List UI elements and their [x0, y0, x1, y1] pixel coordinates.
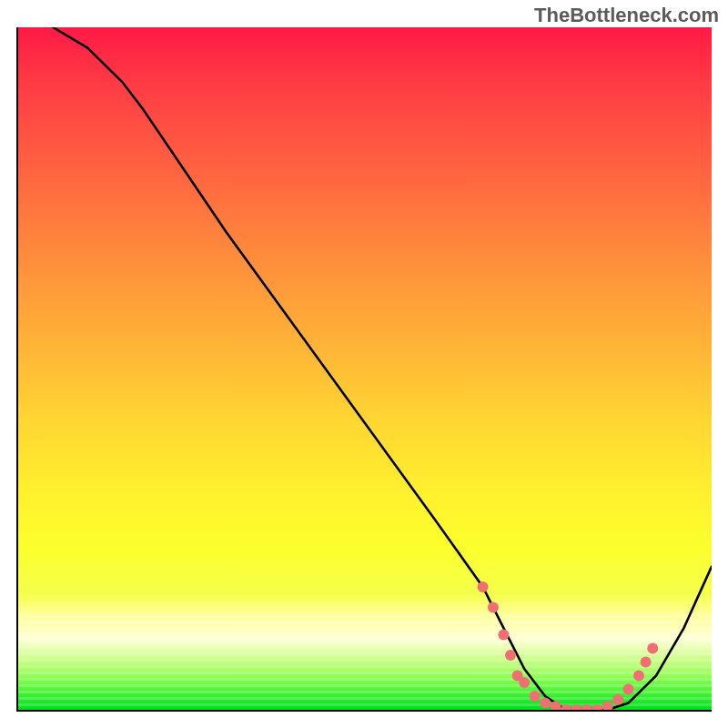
plot-area	[16, 27, 712, 712]
chart-container: TheBottleneck.com	[0, 0, 728, 728]
watermark-text: TheBottleneck.com	[534, 4, 719, 27]
gradient-background	[18, 27, 712, 710]
